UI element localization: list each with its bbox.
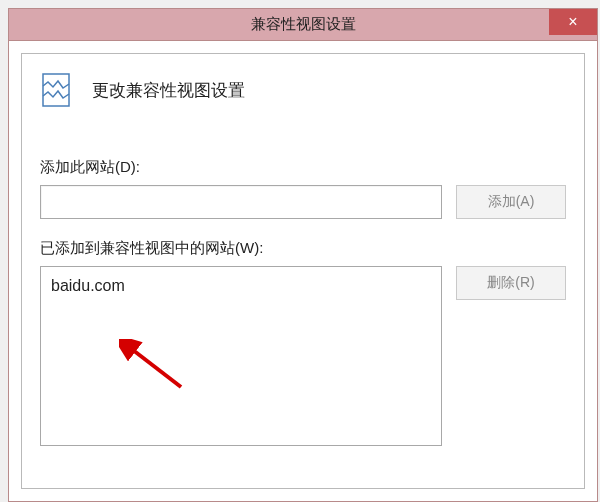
- add-website-input[interactable]: [40, 185, 442, 219]
- window-title: 兼容性视图设置: [251, 15, 356, 34]
- remove-button-label: 删除(R): [487, 274, 534, 292]
- website-list-row: baidu.com 删除(R): [40, 266, 566, 446]
- svg-rect-0: [43, 74, 69, 106]
- add-button[interactable]: 添加(A): [456, 185, 566, 219]
- add-website-block: 添加此网站(D): 添加(A): [40, 158, 566, 219]
- titlebar: 兼容性视图设置 ×: [9, 9, 597, 41]
- website-list-block: 已添加到兼容性视图中的网站(W): baidu.com 删除(R): [40, 239, 566, 446]
- add-button-label: 添加(A): [488, 193, 535, 211]
- header-row: 更改兼容性视图设置: [40, 72, 566, 108]
- page-torn-icon: [40, 72, 76, 108]
- add-website-label: 添加此网站(D):: [40, 158, 566, 177]
- website-list-label: 已添加到兼容性视图中的网站(W):: [40, 239, 566, 258]
- content-frame: 更改兼容性视图设置 添加此网站(D): 添加(A) 已添加到兼容性视图中的网站(…: [21, 53, 585, 489]
- website-listbox[interactable]: baidu.com: [40, 266, 442, 446]
- compat-view-settings-window: 兼容性视图设置 × 更改兼容性视图设置 添加此网站(D): 添加(A) 已添加: [8, 8, 598, 502]
- remove-button[interactable]: 删除(R): [456, 266, 566, 300]
- header-text: 更改兼容性视图设置: [92, 79, 245, 102]
- close-icon: ×: [568, 13, 577, 31]
- list-item[interactable]: baidu.com: [51, 275, 431, 297]
- add-website-row: 添加(A): [40, 185, 566, 219]
- close-button[interactable]: ×: [549, 9, 597, 35]
